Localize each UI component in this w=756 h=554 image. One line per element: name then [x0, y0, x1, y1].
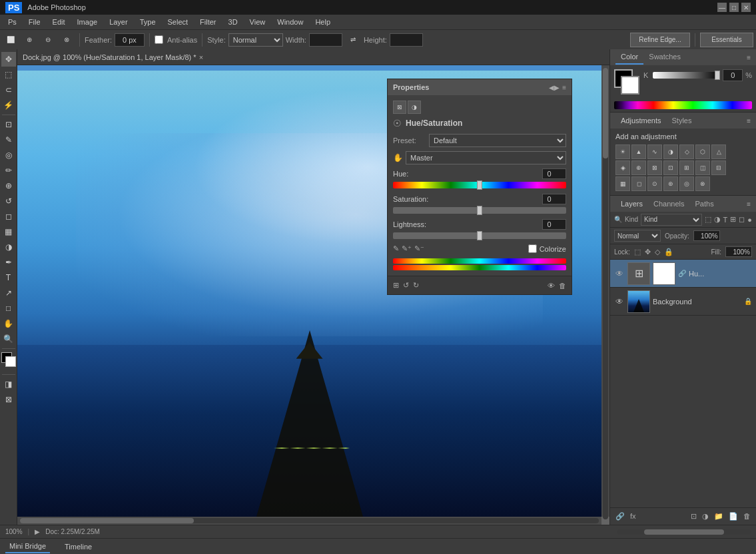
- mini-bridge-tab[interactable]: Mini Bridge: [5, 540, 50, 553]
- screen-mode-btn[interactable]: ⊠: [1, 392, 16, 407]
- history-brush-tool[interactable]: ↺: [1, 194, 16, 208]
- layer-vis-bg[interactable]: 👁: [614, 297, 625, 306]
- background-color[interactable]: [5, 356, 16, 367]
- filter-shape-icon[interactable]: ⊞: [730, 215, 736, 224]
- hue-value-input[interactable]: 0: [542, 168, 566, 179]
- reset-icon[interactable]: ↻: [413, 281, 419, 290]
- pen-tool[interactable]: ✒: [1, 255, 16, 270]
- lightness-value-input[interactable]: [542, 219, 566, 230]
- gradient-map-icon[interactable]: ▦: [615, 176, 630, 191]
- layer-new-btn[interactable]: 📄: [729, 512, 738, 521]
- eyedrop-sub-icon[interactable]: ✎⁻: [414, 244, 424, 253]
- maximize-button[interactable]: □: [729, 3, 739, 12]
- close-button[interactable]: ✕: [741, 3, 751, 12]
- hue-sat-icon2[interactable]: ⬡: [695, 144, 710, 159]
- gradient-fill-icon[interactable]: ◎: [679, 176, 694, 191]
- properties-expand-icon[interactable]: ◀▶: [549, 84, 560, 91]
- properties-menu-icon[interactable]: ≡: [562, 84, 566, 91]
- spot-heal-tool[interactable]: ◎: [1, 148, 16, 162]
- color-fill-icon[interactable]: ⊛: [663, 176, 678, 191]
- layer-vis-hue-sat[interactable]: 👁: [614, 269, 625, 278]
- background-color-swatch[interactable]: [621, 76, 639, 95]
- vscroll-thumb[interactable]: [603, 68, 608, 158]
- levels-icon[interactable]: ▲: [631, 144, 646, 159]
- marquee-tool[interactable]: ⬚: [1, 67, 16, 82]
- preview-btn[interactable]: ▶: [35, 528, 40, 535]
- shape-tool[interactable]: □: [1, 301, 16, 316]
- hue-handle[interactable]: [477, 180, 482, 190]
- filter-pixel-icon[interactable]: ⬚: [705, 215, 711, 224]
- color-panel-menu[interactable]: ≡: [747, 54, 751, 61]
- swap-dimensions-btn[interactable]: ⇌: [345, 33, 361, 47]
- patterns-icon[interactable]: ⊙: [647, 176, 662, 191]
- menu-edit[interactable]: Edit: [47, 17, 71, 27]
- menu-layer[interactable]: Layer: [104, 17, 133, 27]
- filter-toggle[interactable]: ●: [747, 216, 752, 224]
- menu-view[interactable]: View: [244, 17, 271, 27]
- menu-file[interactable]: File: [23, 17, 46, 27]
- swatches-tab[interactable]: Swatches: [643, 50, 686, 65]
- adjustments-tab[interactable]: Adjustments: [615, 114, 667, 127]
- invert-icon[interactable]: ⊞: [679, 160, 694, 175]
- k-value-input[interactable]: [723, 69, 743, 81]
- antialias-checkbox[interactable]: [155, 35, 163, 44]
- brush-tool[interactable]: ✏: [1, 163, 16, 178]
- k-slider-handle[interactable]: [715, 71, 720, 80]
- brightness-contrast-icon[interactable]: ☀: [615, 144, 630, 159]
- visibility-icon[interactable]: 👁: [548, 282, 555, 290]
- prop-icon-2[interactable]: ◑: [408, 101, 421, 114]
- canvas-hscroll[interactable]: [17, 517, 601, 525]
- posterize-icon[interactable]: ◫: [695, 160, 710, 175]
- eyedrop-set-icon[interactable]: ✎: [393, 244, 399, 253]
- menu-3d[interactable]: 3D: [223, 17, 243, 27]
- exposure-icon[interactable]: ◑: [663, 144, 678, 159]
- opacity-input[interactable]: [693, 230, 720, 241]
- paths-tab[interactable]: Paths: [690, 197, 719, 210]
- intersect-btn[interactable]: ⊗: [59, 33, 75, 47]
- prop-icon-1[interactable]: ⊠: [393, 101, 406, 114]
- dodge-tool[interactable]: ◑: [1, 240, 16, 254]
- rainbow-bar[interactable]: [614, 101, 752, 109]
- layers-tab[interactable]: Layers: [615, 197, 648, 210]
- timeline-tab[interactable]: Timeline: [61, 541, 96, 553]
- adjustments-menu[interactable]: ≡: [747, 117, 751, 125]
- eyedropper-tool[interactable]: ✎: [1, 133, 16, 147]
- styles-tab[interactable]: Styles: [667, 114, 697, 127]
- subtract-btn[interactable]: ⊖: [40, 33, 56, 47]
- magic-wand-tool[interactable]: ⚡: [1, 98, 16, 113]
- eyedrop-add-icon[interactable]: ✎⁺: [402, 244, 412, 253]
- selective-color-icon[interactable]: ◻: [631, 176, 646, 191]
- hand-tool[interactable]: ✋: [1, 316, 16, 331]
- curves-icon[interactable]: ∿: [647, 144, 662, 159]
- delete-icon[interactable]: 🗑: [559, 282, 566, 290]
- menu-type[interactable]: Type: [135, 17, 161, 27]
- lock-all-icon[interactable]: 🔒: [664, 248, 673, 256]
- menu-window[interactable]: Window: [272, 17, 308, 27]
- window-controls[interactable]: — □ ✕: [717, 3, 751, 12]
- bw-icon[interactable]: ◈: [615, 160, 630, 175]
- saturation-handle[interactable]: [477, 206, 482, 215]
- clone-stamp-tool[interactable]: ⊕: [1, 178, 16, 193]
- crop-tool[interactable]: ⊡: [1, 117, 16, 132]
- hscroll-thumb[interactable]: [20, 518, 194, 523]
- kind-select[interactable]: Kind Name Effect Mode Attribute Color: [641, 214, 702, 226]
- filter-type-icon[interactable]: T: [723, 216, 728, 224]
- lasso-tool[interactable]: ⊂: [1, 83, 16, 97]
- channel-mixer-icon[interactable]: ⊠: [647, 160, 662, 175]
- lock-pixels-icon[interactable]: ⬚: [634, 248, 641, 256]
- style-select[interactable]: Normal Fixed Ratio Fixed Size: [228, 33, 283, 47]
- photo-filter-icon[interactable]: ⊕: [631, 160, 646, 175]
- menu-select[interactable]: Select: [163, 17, 194, 27]
- filter-smartobj-icon[interactable]: ◻: [739, 215, 745, 224]
- layer-group-btn[interactable]: 📁: [714, 512, 723, 521]
- feather-input[interactable]: [115, 33, 145, 47]
- menu-filter[interactable]: Filter: [194, 17, 221, 27]
- color-range-icon[interactable]: ✋: [393, 153, 403, 162]
- zoom-tool[interactable]: 🔍: [1, 332, 16, 346]
- height-input[interactable]: [390, 33, 423, 47]
- marquee-tool-btn[interactable]: ⬜: [3, 33, 19, 47]
- lock-position-icon[interactable]: ✥: [645, 248, 651, 256]
- lock-artboard-icon[interactable]: ◇: [655, 248, 660, 256]
- vibrance-icon[interactable]: ◇: [679, 144, 694, 159]
- essentials-button[interactable]: Essentials: [700, 33, 753, 47]
